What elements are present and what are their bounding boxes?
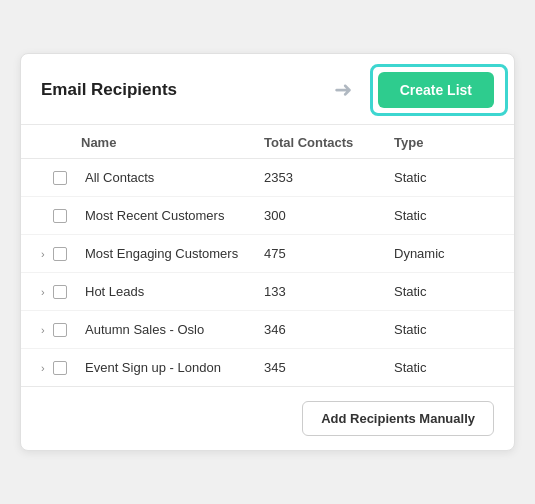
header-name: Name [81, 135, 264, 150]
row-expand-col: › [41, 361, 81, 375]
row-expand-col [41, 209, 81, 223]
row-type: Dynamic [394, 246, 494, 261]
add-recipients-button[interactable]: Add Recipients Manually [302, 401, 494, 436]
chevron-icon[interactable]: › [41, 324, 53, 336]
row-name: All Contacts [81, 170, 264, 185]
table-row: ›Hot Leads133Static [21, 273, 514, 311]
create-list-button[interactable]: Create List [378, 72, 494, 108]
row-expand-col: › [41, 285, 81, 299]
arrow-icon: ➜ [334, 77, 352, 103]
email-recipients-panel: Email Recipients ➜ Create List Name Tota… [20, 53, 515, 451]
row-type: Static [394, 170, 494, 185]
row-type: Static [394, 284, 494, 299]
row-total-contacts: 475 [264, 246, 394, 261]
row-expand-col: › [41, 323, 81, 337]
row-name: Event Sign up - London [81, 360, 264, 375]
header-type: Type [394, 135, 494, 150]
row-name: Hot Leads [81, 284, 264, 299]
table-header: Name Total Contacts Type [21, 125, 514, 159]
row-name: Most Recent Customers [81, 208, 264, 223]
row-name: Autumn Sales - Oslo [81, 322, 264, 337]
create-list-wrapper: ➜ Create List [378, 72, 494, 108]
row-total-contacts: 2353 [264, 170, 394, 185]
row-total-contacts: 133 [264, 284, 394, 299]
header-total-contacts: Total Contacts [264, 135, 394, 150]
chevron-icon[interactable]: › [41, 286, 53, 298]
row-checkbox[interactable] [53, 247, 67, 261]
table-row: All Contacts2353Static [21, 159, 514, 197]
row-total-contacts: 346 [264, 322, 394, 337]
header-expand [41, 135, 81, 150]
row-total-contacts: 345 [264, 360, 394, 375]
table-row: Most Recent Customers300Static [21, 197, 514, 235]
panel-footer: Add Recipients Manually [21, 387, 514, 450]
panel-title: Email Recipients [41, 80, 177, 100]
table-row: ›Most Engaging Customers475Dynamic [21, 235, 514, 273]
row-name: Most Engaging Customers [81, 246, 264, 261]
row-checkbox[interactable] [53, 209, 67, 223]
row-checkbox[interactable] [53, 285, 67, 299]
row-expand-col [41, 171, 81, 185]
row-expand-col: › [41, 247, 81, 261]
row-checkbox[interactable] [53, 323, 67, 337]
row-type: Static [394, 322, 494, 337]
table-body: All Contacts2353StaticMost Recent Custom… [21, 159, 514, 387]
chevron-icon[interactable]: › [41, 362, 53, 374]
table-row: ›Autumn Sales - Oslo346Static [21, 311, 514, 349]
row-checkbox[interactable] [53, 361, 67, 375]
panel-header: Email Recipients ➜ Create List [21, 54, 514, 125]
row-total-contacts: 300 [264, 208, 394, 223]
table-row: ›Event Sign up - London345Static [21, 349, 514, 386]
chevron-icon[interactable]: › [41, 248, 53, 260]
row-type: Static [394, 208, 494, 223]
row-checkbox[interactable] [53, 171, 67, 185]
row-type: Static [394, 360, 494, 375]
